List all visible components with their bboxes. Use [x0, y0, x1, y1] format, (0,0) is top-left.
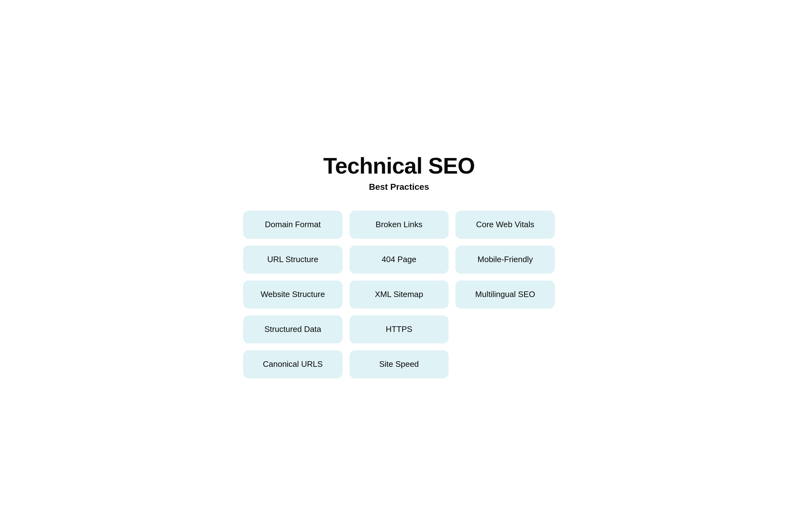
card-label-multilingual-seo: Multilingual SEO — [475, 289, 535, 300]
card-site-speed[interactable]: Site Speed — [349, 350, 449, 378]
page-header: Technical SEO Best Practices — [243, 154, 555, 192]
card-label-url-structure: URL Structure — [267, 254, 318, 265]
page-container: Technical SEO Best Practices Domain Form… — [243, 154, 555, 378]
card-https[interactable]: HTTPS — [349, 316, 449, 343]
card-url-structure[interactable]: URL Structure — [243, 246, 343, 274]
card-core-web-vitals[interactable]: Core Web Vitals — [455, 211, 555, 239]
card-structured-data[interactable]: Structured Data — [243, 316, 343, 343]
card-404-page[interactable]: 404 Page — [349, 246, 449, 274]
card-label-broken-links: Broken Links — [376, 220, 422, 230]
card-domain-format[interactable]: Domain Format — [243, 211, 343, 239]
card-label-canonical-urls: Canonical URLS — [263, 359, 323, 369]
empty-cell-r4-c3 — [455, 316, 555, 343]
empty-cell-r5-c3 — [455, 350, 555, 378]
card-multilingual-seo[interactable]: Multilingual SEO — [455, 281, 555, 308]
card-label-site-speed: Site Speed — [379, 359, 419, 369]
card-label-website-structure: Website Structure — [261, 289, 325, 300]
card-canonical-urls[interactable]: Canonical URLS — [243, 350, 343, 378]
card-label-core-web-vitals: Core Web Vitals — [476, 220, 534, 230]
main-title: Technical SEO — [243, 154, 555, 178]
card-broken-links[interactable]: Broken Links — [349, 211, 449, 239]
card-label-https: HTTPS — [385, 324, 412, 335]
card-label-structured-data: Structured Data — [264, 324, 321, 335]
card-label-404-page: 404 Page — [382, 254, 416, 265]
card-xml-sitemap[interactable]: XML Sitemap — [349, 281, 449, 308]
card-label-domain-format: Domain Format — [265, 220, 321, 230]
sub-title: Best Practices — [243, 182, 555, 192]
card-label-xml-sitemap: XML Sitemap — [375, 289, 423, 300]
card-mobile-friendly[interactable]: Mobile-Friendly — [455, 246, 555, 274]
topics-grid: Domain FormatBroken LinksCore Web Vitals… — [243, 211, 555, 378]
card-website-structure[interactable]: Website Structure — [243, 281, 343, 308]
card-label-mobile-friendly: Mobile-Friendly — [478, 254, 533, 265]
